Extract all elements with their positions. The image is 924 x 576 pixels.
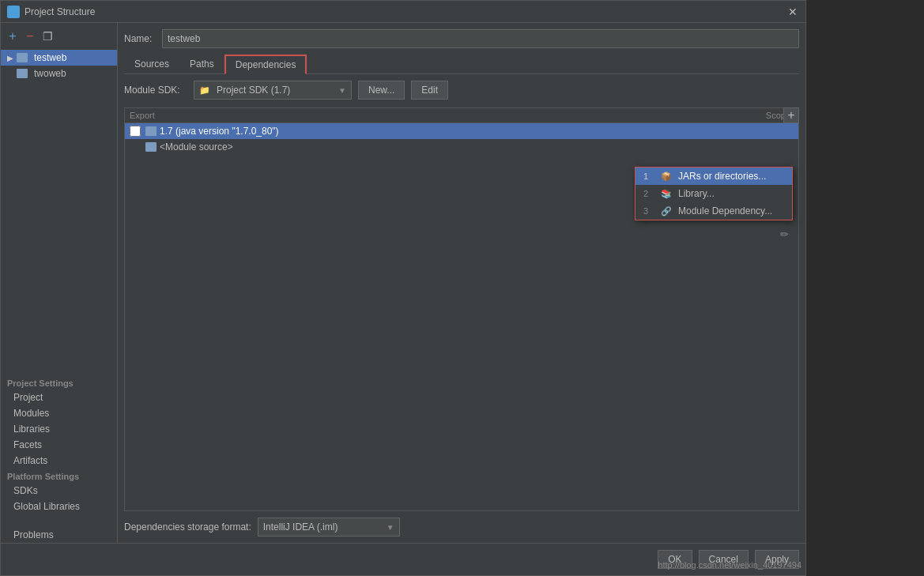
sidebar-item-global-libraries[interactable]: Global Libraries: [1, 499, 117, 514]
storage-format-select[interactable]: IntelliJ IDEA (.iml) ▼: [258, 518, 400, 536]
row-text-1: 1.7 (java version "1.7.0_80"): [160, 126, 279, 137]
svg-rect-3: [14, 13, 18, 17]
sidebar: + − ❐ ▶ testweb twoweb Project Settings …: [1, 23, 118, 543]
tree-arrow-icon: ▶: [7, 54, 13, 62]
bottom-label: Dependencies storage format:: [124, 521, 251, 533]
dropdown-num-1: 1: [643, 171, 654, 181]
sidebar-item-sdks[interactable]: SDKs: [1, 483, 117, 499]
sdk-dropdown-arrow: ▼: [338, 86, 346, 95]
row-text-2: <Module source>: [160, 141, 233, 152]
sidebar-item-artifacts[interactable]: Artifacts: [1, 453, 117, 469]
folder-icon-row1: [145, 126, 157, 136]
dropdown-num-3: 3: [643, 206, 654, 216]
sidebar-item-libraries[interactable]: Libraries: [1, 421, 117, 437]
copy-button[interactable]: ❐: [40, 29, 55, 43]
tree-item-label-testweb: testweb: [34, 52, 66, 63]
dropdown-label-jars: JARs or directories...: [678, 171, 766, 182]
dropdown-icon-module: 🔗: [661, 206, 672, 216]
project-structure-dialog: Project Structure ✕ + − ❐ ▶ testweb twow…: [0, 0, 806, 576]
folder-icon-twoweb: [17, 69, 28, 78]
sdk-select[interactable]: 📁 Project SDK (1.7) ▼: [194, 81, 352, 100]
sdk-label: Module SDK:: [124, 85, 187, 96]
table-row[interactable]: 1.7 (java version "1.7.0_80"): [125, 123, 798, 139]
tree-item-twoweb[interactable]: twoweb: [1, 66, 117, 81]
tab-sources[interactable]: Sources: [124, 55, 179, 74]
dropdown-item-library[interactable]: 2 📚 Library...: [635, 185, 792, 202]
main-content: Name: Sources Paths Dependencies Module …: [118, 23, 805, 543]
export-column-header: Export: [130, 111, 193, 120]
dropdown-icon-jars: 📦: [661, 171, 672, 182]
svg-rect-2: [9, 13, 13, 17]
dropdown-item-jars[interactable]: 1 📦 JARs or directories...: [635, 168, 792, 185]
platform-settings-header: Platform Settings: [1, 469, 117, 483]
tabs-bar: Sources Paths Dependencies: [124, 55, 799, 74]
dropdown-label-library: Library...: [678, 188, 715, 199]
new-button[interactable]: New...: [358, 81, 405, 100]
row-checkbox-1[interactable]: [130, 126, 141, 137]
name-label: Name:: [124, 33, 156, 44]
name-row: Name:: [124, 29, 799, 48]
name-input[interactable]: [162, 29, 799, 48]
storage-format-arrow: ▼: [387, 523, 394, 532]
table-row[interactable]: <Module source>: [125, 139, 798, 155]
dialog-footer: OK Cancel Apply: [1, 543, 805, 575]
pencil-icon[interactable]: ✏: [777, 227, 791, 241]
sdk-select-text: Project SDK (1.7): [217, 85, 335, 96]
tree-item-testweb[interactable]: ▶ testweb: [1, 50, 117, 66]
dialog-title: Project Structure: [25, 6, 786, 17]
title-bar: Project Structure ✕: [1, 1, 805, 23]
bottom-bar: Dependencies storage format: IntelliJ ID…: [124, 518, 799, 536]
svg-rect-0: [9, 7, 13, 11]
project-settings-header: Project Settings: [1, 375, 117, 390]
table-header: Export Scope: [125, 108, 798, 123]
close-button[interactable]: ✕: [786, 6, 799, 18]
add-button[interactable]: +: [6, 29, 20, 43]
folder-icon-testweb: [17, 53, 28, 62]
add-dependency-button[interactable]: +: [783, 107, 799, 123]
storage-format-text: IntelliJ IDEA (.iml): [263, 521, 387, 533]
folder-icon-row2: [145, 142, 157, 152]
sidebar-item-modules[interactable]: Modules: [1, 405, 117, 421]
dropdown-label-module: Module Dependency...: [678, 205, 772, 216]
dropdown-icon-library: 📚: [661, 189, 672, 199]
sidebar-item-project[interactable]: Project: [1, 390, 117, 405]
app-icon: [7, 6, 20, 18]
sdk-folder-icon: 📁: [199, 85, 210, 96]
tree-item-label-twoweb: twoweb: [34, 68, 66, 79]
nav-toolbar: + − ❐: [1, 26, 117, 47]
edit-button[interactable]: Edit: [411, 81, 448, 100]
sidebar-item-facets[interactable]: Facets: [1, 437, 117, 453]
dialog-body: + − ❐ ▶ testweb twoweb Project Settings …: [1, 23, 805, 543]
sidebar-item-problems[interactable]: Problems: [1, 527, 117, 543]
remove-button[interactable]: −: [23, 29, 37, 43]
dropdown-num-2: 2: [643, 189, 654, 198]
svg-rect-1: [14, 7, 18, 11]
tab-dependencies[interactable]: Dependencies: [224, 55, 307, 74]
tab-paths[interactable]: Paths: [179, 55, 224, 74]
watermark: http://blog.csdn.net/weixin_40197494: [658, 560, 801, 570]
dropdown-item-module-dep[interactable]: 3 🔗 Module Dependency...: [635, 202, 792, 220]
right-panel: [806, 0, 924, 576]
edit-icon-area: ✏: [777, 227, 791, 241]
add-dependency-dropdown: 1 📦 JARs or directories... 2 📚 Library..…: [635, 167, 793, 220]
sdk-row: Module SDK: 📁 Project SDK (1.7) ▼ New...…: [124, 81, 799, 100]
